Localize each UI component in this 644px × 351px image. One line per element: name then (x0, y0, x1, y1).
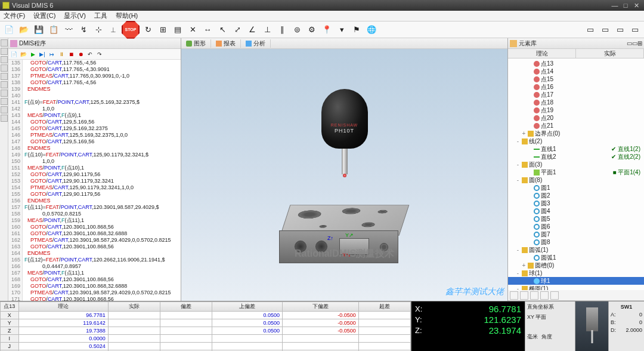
feature-tree[interactable]: 点13点14点15点16点17点18点19点20点21+边界点(0)-线(2)直… (508, 59, 644, 290)
menu-file[interactable]: 文件(F) (4, 11, 25, 20)
tool-angle-icon[interactable]: ∠ (246, 23, 259, 36)
watermark-center: RationalDMIS测量技术 (295, 248, 394, 260)
rp-btn3[interactable]: ⊞ (637, 40, 642, 47)
ltool-3[interactable] (1, 56, 8, 63)
3d-viewport[interactable]: 图形 报表 分析 RENISHAWPH10T Z↑Y↗X↘ Rat (181, 38, 508, 301)
ltool-4[interactable] (1, 64, 8, 72)
tree-node[interactable]: +圆槽(0) (508, 261, 644, 269)
ltool-6[interactable] (1, 81, 8, 88)
code-listing[interactable]: 135 GOTO/CART,117.765,-4,56136 GOTO/CART… (8, 60, 181, 301)
ct-stop[interactable]: ⏹ (67, 50, 75, 59)
sensor-b: 0 (639, 319, 642, 327)
tab-graphics[interactable]: 图形 (181, 39, 211, 48)
tree-node[interactable]: 圆5 (508, 215, 644, 223)
ltool-7[interactable] (1, 90, 8, 97)
ltool-1[interactable] (1, 39, 8, 47)
menu-settings[interactable]: 设置(C) (33, 11, 55, 20)
ct-new[interactable]: 📄 (10, 50, 18, 59)
tool-open-icon[interactable]: 📂 (17, 23, 30, 36)
tree-node[interactable]: 点16 (508, 83, 644, 91)
tool-measure-icon[interactable]: ✕ (186, 23, 199, 36)
tree-node[interactable]: 点13 (508, 60, 644, 67)
tree-node[interactable]: 直线2✔ 直线2(2) (508, 153, 644, 161)
tool-axis-icon[interactable]: ⟂ (107, 23, 120, 36)
ct-open[interactable]: 📂 (19, 50, 27, 59)
tree-node[interactable]: 圆6 (508, 223, 644, 230)
tree-node[interactable]: -线(2) (508, 137, 644, 145)
tree-node[interactable]: 点20 (508, 114, 644, 122)
tool-circ-icon[interactable]: ⊚ (290, 23, 304, 36)
tool-flag-icon[interactable]: ⚑ (350, 23, 363, 36)
tool-save-icon[interactable]: 💾 (32, 23, 45, 36)
tree-node[interactable]: 点15 (508, 75, 644, 83)
tree-node[interactable]: 球1 (508, 277, 644, 285)
tool-win1-icon[interactable]: ▭ (584, 23, 597, 36)
tool-probe2-icon[interactable]: 📍 (320, 23, 333, 36)
tree-node[interactable]: 直线1✔ 直线1(2) (508, 145, 644, 153)
tab-report[interactable]: 报表 (211, 39, 241, 48)
tree-node[interactable]: +边界点(0) (508, 130, 644, 137)
tool-layers-icon[interactable]: ▤ (171, 23, 184, 36)
tool-dim-icon[interactable]: ↔ (201, 23, 214, 36)
tool-win3-icon[interactable]: ▭ (614, 23, 627, 36)
ct-redo[interactable]: ↷ (95, 50, 104, 59)
tool-fit-icon[interactable]: ⤢ (231, 23, 244, 36)
tree-node[interactable]: 圆2 (508, 192, 644, 199)
tool-curve-icon[interactable]: 〰 (62, 23, 75, 36)
tree-node[interactable]: -球(1) (508, 269, 644, 277)
tree-node[interactable]: 平面1■ 平面1(4) (508, 168, 644, 176)
close-button[interactable]: ✕ (631, 2, 642, 10)
tool-win4-icon[interactable]: ▭ (628, 23, 642, 36)
tool-para-icon[interactable]: ∥ (275, 23, 289, 36)
ltool-5[interactable] (1, 73, 8, 80)
tree-node[interactable]: 圆1 (508, 184, 644, 192)
tree-node[interactable]: 点19 (508, 106, 644, 114)
maximize-button[interactable]: □ (620, 2, 631, 9)
ct-step[interactable]: ▶| (38, 50, 47, 59)
menu-tools[interactable]: 工具 (94, 11, 107, 20)
tool-snap-icon[interactable]: ↯ (77, 23, 90, 36)
ltool-10[interactable] (1, 115, 8, 122)
tree-node[interactable]: 圆4 (508, 207, 644, 215)
rp-btn1[interactable]: ▭ (627, 40, 632, 47)
tab-analysis[interactable]: 分析 (241, 39, 271, 48)
stop-button[interactable]: STOP (122, 21, 140, 39)
tree-node[interactable]: 圆7 (508, 230, 644, 238)
tool-perp-icon[interactable]: ⊥ (261, 23, 274, 36)
ct-play[interactable]: ▶ (29, 50, 37, 59)
tool-down-icon[interactable]: ▾ (335, 23, 348, 36)
tree-node[interactable]: 点17 (508, 91, 644, 98)
tree-node[interactable]: -椭圆(1) (508, 285, 644, 290)
tool-globe-icon[interactable]: 🌐 (365, 23, 378, 36)
tree-node[interactable]: 点21 (508, 122, 644, 130)
tree-node[interactable]: 点18 (508, 98, 644, 106)
tool-cursor-icon[interactable]: ↖ (216, 23, 229, 36)
menu-view[interactable]: 显示(V) (64, 11, 86, 20)
tool-rotate-icon[interactable]: ↻ (141, 23, 154, 36)
ct-pause[interactable]: ⏸ (57, 50, 66, 59)
rp-btn2[interactable]: ▭ (632, 40, 637, 47)
ct-rec[interactable]: ⏺ (76, 50, 85, 59)
tree-node[interactable]: 圆8 (508, 238, 644, 246)
tool-grid-icon[interactable]: ⊞ (156, 23, 169, 36)
ltool-9[interactable] (1, 106, 8, 113)
minimize-button[interactable]: — (609, 2, 620, 9)
ltool-8[interactable] (1, 98, 8, 105)
ct-to[interactable]: ↦ (48, 50, 56, 59)
tool-gear-icon[interactable]: ⚙ (305, 23, 318, 36)
tool-new-icon[interactable]: 📄 (2, 23, 16, 36)
tree-node[interactable]: -圆(8) (508, 176, 644, 184)
tree-node[interactable]: 圆弧1 (508, 254, 644, 261)
tree-node[interactable]: 圆3 (508, 199, 644, 207)
tool-win2-icon[interactable]: ▭ (599, 23, 612, 36)
tree-node[interactable]: -圆弧(1) (508, 246, 644, 254)
ct-undo[interactable]: ↶ (86, 50, 94, 59)
tool-copy-icon[interactable]: 📋 (47, 23, 60, 36)
tree-node[interactable]: 点14 (508, 67, 644, 75)
menu-help[interactable]: 帮助(H) (116, 11, 138, 20)
tab-actual[interactable]: 实际 (576, 49, 644, 58)
ltool-2[interactable] (1, 48, 8, 55)
tab-nominal[interactable]: 理论 (508, 49, 576, 58)
tree-node[interactable]: -面(3) (508, 161, 644, 168)
tool-probe-icon[interactable]: ⊹ (92, 23, 105, 36)
